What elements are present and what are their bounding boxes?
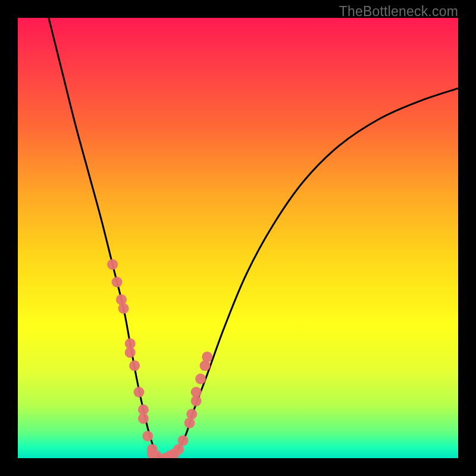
watermark-text: TheBottleneck.com bbox=[339, 4, 458, 20]
outer-frame: TheBottleneck.com bbox=[0, 0, 476, 476]
data-point bbox=[107, 259, 118, 270]
data-point bbox=[129, 361, 140, 371]
data-point bbox=[202, 352, 212, 362]
data-point bbox=[112, 277, 123, 287]
data-point bbox=[138, 413, 149, 424]
data-point bbox=[125, 347, 136, 358]
plot-area bbox=[18, 18, 458, 458]
data-point bbox=[195, 374, 206, 384]
bottleneck-curve bbox=[49, 18, 458, 458]
data-point bbox=[142, 431, 153, 441]
data-points-group bbox=[107, 259, 212, 458]
data-point bbox=[178, 435, 189, 446]
data-point bbox=[186, 409, 197, 419]
data-point bbox=[118, 303, 129, 314]
data-point bbox=[134, 387, 145, 397]
data-point bbox=[191, 387, 202, 397]
chart-canvas bbox=[18, 18, 458, 458]
